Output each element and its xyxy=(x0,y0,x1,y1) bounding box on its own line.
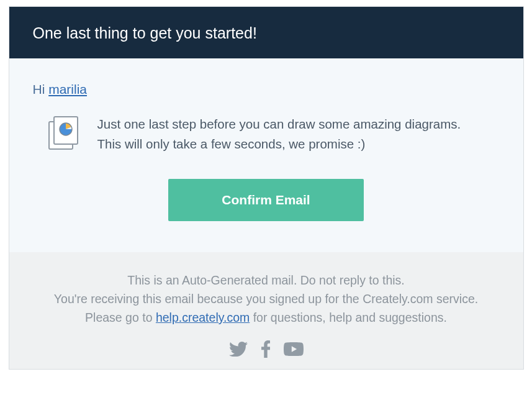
greeting-line: Hi marilia xyxy=(33,82,500,97)
youtube-icon[interactable] xyxy=(284,342,304,356)
message-line-2: This will only take a few seconds, we pr… xyxy=(97,134,500,154)
email-footer: This is an Auto-Generated mail. Do not r… xyxy=(9,252,523,370)
header-title: One last thing to get you started! xyxy=(33,24,500,42)
help-link[interactable]: help.creately.com xyxy=(156,311,250,324)
footer-text: This is an Auto-Generated mail. Do not r… xyxy=(28,271,505,327)
footer-line-3-suffix: for questions, help and suggestions. xyxy=(250,311,447,324)
footer-line-3: Please go to help.creately.com for quest… xyxy=(28,308,505,327)
footer-line-3-prefix: Please go to xyxy=(85,311,156,324)
cta-wrap: Confirm Email xyxy=(33,179,500,221)
greeting-name-link[interactable]: marilia xyxy=(48,82,87,96)
footer-line-1: This is an Auto-Generated mail. Do not r… xyxy=(28,271,505,289)
message-row: Just one last step before you can draw s… xyxy=(47,114,500,154)
social-row xyxy=(28,340,505,358)
diagram-documents-icon xyxy=(47,114,83,150)
email-body: Hi marilia Just one last step before you… xyxy=(9,58,523,252)
footer-line-2: You're receiving this email because you … xyxy=(28,289,505,308)
email-container: One last thing to get you started! Hi ma… xyxy=(9,6,524,370)
twitter-icon[interactable] xyxy=(229,342,248,357)
message-line-1: Just one last step before you can draw s… xyxy=(97,114,500,134)
email-header: One last thing to get you started! xyxy=(9,7,523,58)
greeting-prefix: Hi xyxy=(33,82,49,96)
confirm-email-button[interactable]: Confirm Email xyxy=(168,179,363,221)
message-text: Just one last step before you can draw s… xyxy=(97,114,500,154)
facebook-icon[interactable] xyxy=(261,340,270,358)
